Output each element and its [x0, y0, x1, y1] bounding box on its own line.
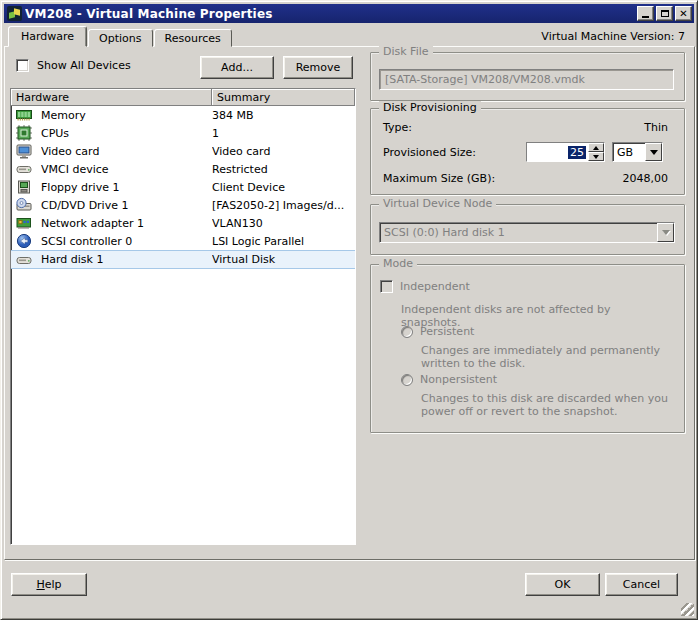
nonpersistent-option: Nonpersistent: [401, 373, 497, 386]
cpu-icon: [16, 125, 32, 141]
hardware-label: CD/DVD Drive 1: [41, 199, 212, 212]
persistent-option: Persistent: [401, 325, 474, 338]
cd-dvd-drive-icon: [16, 197, 32, 213]
tab-options[interactable]: Options: [88, 29, 152, 47]
hardware-label: VMCI device: [41, 163, 212, 176]
hardware-row-network-adapter[interactable]: Network adapter 1 VLAN130: [11, 214, 355, 232]
hardware-label: SCSI controller 0: [41, 235, 212, 248]
provisioned-size-input[interactable]: 25: [527, 143, 588, 161]
hardware-label: Video card: [41, 145, 212, 158]
max-size-value: 2048,00: [623, 172, 669, 185]
mode-group: Mode Independent Independent disks are n…: [370, 264, 685, 433]
disk-file-path-field: [SATA-Storage] VM208/VM208.vmdk: [379, 69, 674, 90]
ok-button[interactable]: OK: [525, 573, 600, 596]
hardware-label: Network adapter 1: [41, 217, 212, 230]
hardware-list: Hardware Summary Memory 384 MB CPUs 1: [10, 88, 356, 545]
hardware-label: CPUs: [41, 127, 212, 140]
virtual-device-node-group: Virtual Device Node SCSI (0:0) Hard disk…: [370, 204, 685, 255]
vm-properties-dialog: VM208 - Virtual Machine Properties ✕ Vir…: [0, 0, 698, 620]
hardware-summary: Video card: [212, 145, 355, 158]
max-size-label: Maximum Size (GB):: [383, 172, 495, 185]
memory-icon: [16, 107, 32, 123]
persistent-label: Persistent: [420, 325, 474, 338]
hardware-row-scsi-controller[interactable]: SCSI controller 0 LSI Logic Parallel: [11, 232, 355, 250]
hardware-label: Memory: [41, 109, 212, 122]
show-all-devices-checkbox[interactable]: [16, 59, 29, 72]
disk-provisioning-legend: Disk Provisioning: [379, 101, 481, 114]
network-adapter-icon: [16, 215, 32, 231]
independent-label: Independent: [400, 280, 470, 293]
hardware-label: Floppy drive 1: [41, 181, 212, 194]
spinner-down-icon[interactable]: [588, 152, 604, 161]
size-unit-value: GB: [613, 143, 645, 161]
show-all-devices-label: Show All Devices: [37, 59, 131, 72]
vmware-app-icon: [7, 6, 22, 21]
spinner-up-icon[interactable]: [588, 143, 604, 152]
close-icon[interactable]: ✕: [675, 6, 692, 21]
hardware-summary: 384 MB: [212, 109, 355, 122]
disk-file-legend: Disk File: [379, 45, 433, 58]
hardware-label: Hard disk 1: [41, 253, 212, 266]
add-button[interactable]: Add...: [200, 56, 274, 79]
hardware-summary: [FAS2050-2] Images/d...: [212, 199, 355, 212]
persistent-description: Changes are immediately and permanently …: [421, 344, 679, 370]
hardware-row-floppy-drive[interactable]: Floppy drive 1 Client Device: [11, 178, 355, 196]
persistent-radio: [401, 326, 413, 338]
hard-disk-icon: [16, 252, 32, 268]
help-button[interactable]: Help: [11, 573, 87, 596]
show-all-devices[interactable]: Show All Devices: [16, 59, 131, 72]
size-unit-combo[interactable]: GB: [612, 142, 663, 162]
vmci-device-icon: [16, 161, 32, 177]
hardware-summary: LSI Logic Parallel: [212, 235, 355, 248]
chevron-down-icon: [657, 223, 674, 242]
cancel-button[interactable]: Cancel: [605, 573, 678, 596]
disk-file-group: Disk File [SATA-Storage] VM208/VM208.vmd…: [370, 52, 685, 101]
titlebar[interactable]: VM208 - Virtual Machine Properties ✕: [4, 4, 694, 23]
hardware-row-vmci-device[interactable]: VMCI device Restricted: [11, 160, 355, 178]
provisioned-size-spinner[interactable]: 25: [526, 142, 605, 162]
virtual-device-node-legend: Virtual Device Node: [379, 197, 496, 210]
column-header-summary[interactable]: Summary: [212, 89, 355, 106]
hardware-row-video-card[interactable]: Video card Video card: [11, 142, 355, 160]
hardware-row-cpus[interactable]: CPUs 1: [11, 124, 355, 142]
virtual-device-node-value: SCSI (0:0) Hard disk 1: [380, 223, 657, 242]
scsi-controller-icon: [16, 233, 32, 249]
minimize-icon[interactable]: [637, 6, 654, 21]
hardware-row-hard-disk[interactable]: Hard disk 1 Virtual Disk: [11, 250, 355, 269]
video-card-icon: [16, 143, 32, 159]
hardware-row-cd-dvd[interactable]: CD/DVD Drive 1 [FAS2050-2] Images/d...: [11, 196, 355, 214]
hardware-summary: 1: [212, 127, 355, 140]
column-header-hardware[interactable]: Hardware: [11, 89, 212, 106]
tab-resources[interactable]: Resources: [154, 29, 232, 47]
nonpersistent-radio: [401, 374, 413, 386]
tab-hardware[interactable]: Hardware: [8, 26, 87, 47]
hardware-summary: Client Device: [212, 181, 355, 194]
disk-settings-panel: Disk File [SATA-Storage] VM208/VM208.vmd…: [370, 47, 685, 561]
virtual-device-node-combo: SCSI (0:0) Hard disk 1: [379, 222, 675, 243]
vm-version-label: Virtual Machine Version: 7: [541, 30, 685, 43]
nonpersistent-description: Changes to this disk are discarded when …: [421, 392, 679, 418]
chevron-down-icon[interactable]: [645, 143, 662, 161]
independent-checkbox: [380, 280, 393, 293]
mode-legend: Mode: [379, 257, 417, 270]
maximize-icon[interactable]: [656, 6, 673, 21]
hardware-summary: Virtual Disk: [212, 253, 355, 266]
floppy-drive-icon: [16, 179, 32, 195]
provisioned-size-label: Provisioned Size:: [383, 146, 476, 159]
hardware-list-header: Hardware Summary: [11, 89, 355, 106]
independent-option: Independent: [380, 280, 470, 293]
hardware-summary: Restricted: [212, 163, 355, 176]
type-value: Thin: [644, 121, 668, 134]
hardware-tab-pane: Show All Devices Add... Remove Hardware …: [4, 46, 695, 560]
tab-strip: Hardware Options Resources: [8, 26, 233, 47]
nonpersistent-label: Nonpersistent: [420, 373, 497, 386]
remove-button[interactable]: Remove: [283, 56, 353, 79]
resize-grip[interactable]: [681, 603, 694, 616]
hardware-row-memory[interactable]: Memory 384 MB: [11, 106, 355, 124]
type-label: Type:: [383, 121, 412, 134]
hardware-summary: VLAN130: [212, 217, 355, 230]
disk-provisioning-group: Disk Provisioning Type: Thin Provisioned…: [370, 108, 685, 195]
window-title: VM208 - Virtual Machine Properties: [25, 7, 635, 21]
